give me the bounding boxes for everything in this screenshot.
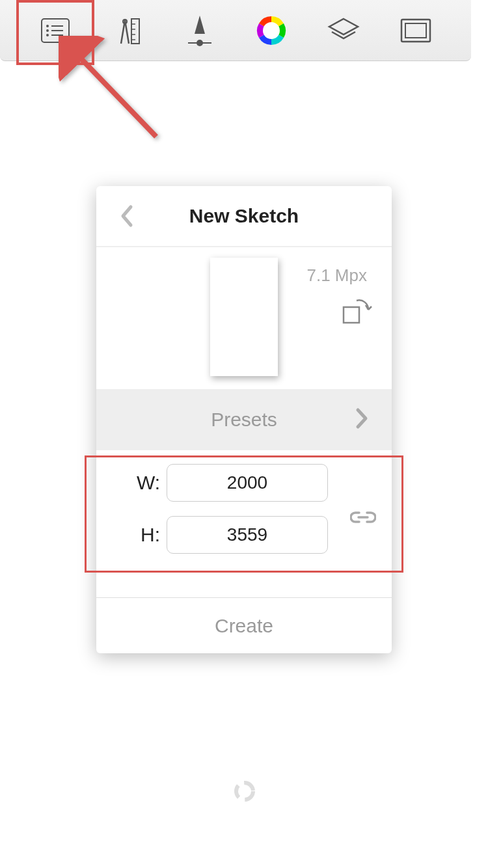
create-button[interactable]: Create (96, 597, 392, 653)
link-aspect-ratio-button[interactable] (350, 510, 376, 527)
chevron-left-icon (119, 204, 133, 228)
ruler-tools-button[interactable] (108, 11, 147, 50)
canvas-preview-thumbnail (210, 258, 278, 376)
height-input[interactable] (167, 516, 328, 554)
width-input[interactable] (167, 464, 328, 502)
create-label: Create (215, 615, 273, 637)
chevron-right-icon (355, 407, 368, 432)
color-button[interactable] (252, 11, 291, 50)
dialog-title: New Sketch (96, 205, 392, 227)
layers-icon (327, 16, 360, 45)
fullscreen-button[interactable] (396, 11, 435, 50)
top-toolbar (0, 0, 471, 61)
brush-button[interactable] (180, 11, 219, 50)
svg-point-3 (46, 29, 49, 32)
canvas-preview-area: 7.1 Mpx (96, 247, 392, 389)
dialog-header: New Sketch (96, 186, 392, 247)
ruler-compass-icon (112, 15, 143, 46)
new-sketch-dialog: New Sketch 7.1 Mpx Presets W: H: (96, 186, 392, 653)
svg-rect-17 (405, 23, 426, 38)
brush-icon (184, 13, 215, 48)
svg-point-1 (46, 25, 49, 27)
rotate-orientation-button[interactable] (342, 297, 372, 327)
svg-point-5 (46, 34, 49, 36)
link-icon (350, 510, 376, 524)
loading-spinner (233, 780, 256, 803)
layers-button[interactable] (324, 11, 363, 50)
fullscreen-icon (400, 18, 431, 43)
menu-list-button[interactable] (36, 11, 75, 50)
svg-rect-19 (344, 307, 359, 323)
presets-label: Presets (211, 409, 277, 431)
spinner-icon (233, 780, 256, 803)
back-button[interactable] (113, 203, 139, 229)
presets-button[interactable]: Presets (96, 389, 392, 450)
dimensions-section: W: H: (96, 463, 392, 574)
rotate-icon (342, 297, 372, 324)
svg-point-21 (236, 783, 253, 800)
svg-point-15 (263, 22, 280, 39)
list-icon (41, 18, 70, 43)
svg-line-18 (72, 49, 156, 137)
width-label: W: (122, 472, 160, 494)
color-wheel-icon (256, 16, 286, 46)
height-label: H: (122, 524, 160, 546)
megapixel-label: 7.1 Mpx (307, 265, 368, 286)
